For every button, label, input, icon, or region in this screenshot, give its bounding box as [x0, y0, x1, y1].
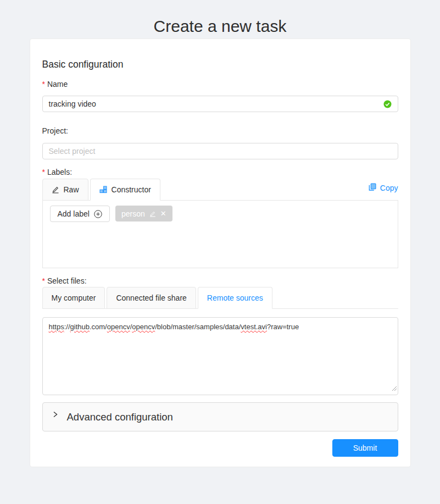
tab-remote-sources[interactable]: Remote sources: [198, 287, 272, 309]
edit-icon: [52, 186, 59, 193]
tab-my-computer[interactable]: My computer: [42, 287, 105, 309]
name-label: *Name: [42, 80, 398, 88]
name-input[interactable]: tracking video: [42, 96, 398, 112]
tab-remote-sources-label: Remote sources: [207, 293, 263, 302]
advanced-configuration-label: Advanced configuration: [67, 411, 173, 423]
resize-grip-icon[interactable]: [391, 384, 397, 394]
submit-button[interactable]: Submit: [332, 439, 398, 457]
advanced-configuration-toggle[interactable]: Advanced configuration: [42, 402, 398, 431]
project-select[interactable]: Select project: [42, 143, 398, 159]
chevron-right-icon: [52, 411, 58, 419]
labels-constructor-panel: Add label person ✕: [42, 201, 398, 268]
name-label-text: Name: [47, 80, 68, 88]
copy-button[interactable]: Copy: [369, 183, 398, 196]
edit-label-icon[interactable]: [149, 211, 156, 217]
tab-raw[interactable]: Raw: [42, 179, 88, 201]
tab-raw-label: Raw: [64, 185, 79, 194]
required-asterisk: *: [42, 80, 45, 88]
labels-label-text: Labels:: [47, 168, 72, 176]
labels-label: *Labels:: [42, 168, 398, 176]
remote-url-text: https://github.com/opencv/opencv/blob/ma…: [49, 322, 392, 332]
project-select-placeholder: Select project: [49, 147, 392, 156]
basic-configuration-title: Basic configuration: [42, 58, 398, 71]
name-input-value: tracking video: [49, 99, 383, 108]
tab-my-computer-label: My computer: [52, 293, 96, 302]
copy-button-label: Copy: [380, 184, 398, 192]
submit-row: Submit: [42, 439, 398, 457]
add-label-button[interactable]: Add label: [50, 206, 110, 222]
delete-label-icon[interactable]: ✕: [160, 210, 166, 217]
files-tabbar: My computer Connected file share Remote …: [42, 287, 398, 309]
tab-connected-file-share[interactable]: Connected file share: [107, 287, 196, 309]
check-circle-icon: [383, 100, 392, 108]
remote-urls-textarea[interactable]: https://github.com/opencv/opencv/blob/ma…: [42, 317, 398, 395]
required-asterisk: *: [42, 168, 45, 176]
label-tag-name: person: [121, 209, 145, 218]
required-asterisk: *: [42, 276, 45, 285]
label-tag-person[interactable]: person ✕: [115, 206, 172, 221]
tab-connected-file-share-label: Connected file share: [116, 293, 186, 302]
select-files-label-text: Select files:: [47, 276, 87, 285]
copy-icon: [369, 183, 376, 192]
create-task-card: Basic configuration *Name tracking video…: [30, 38, 411, 467]
tab-constructor[interactable]: Constructor: [90, 179, 160, 201]
project-label: Project:: [42, 126, 398, 135]
add-label-button-text: Add label: [58, 209, 90, 218]
build-icon: [99, 186, 107, 193]
tab-constructor-label: Constructor: [112, 185, 151, 194]
select-files-label: *Select files:: [42, 276, 398, 285]
labels-tabbar: Raw Constructor Copy: [42, 179, 398, 201]
page-title: Create a new task: [0, 0, 440, 38]
plus-circle-icon: [94, 210, 102, 218]
